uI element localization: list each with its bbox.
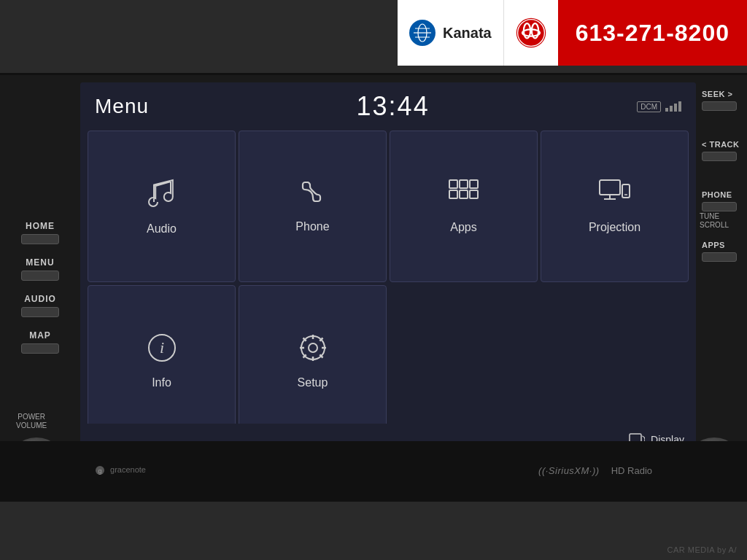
svg-rect-20 [622,184,630,198]
stereo-unit: HOME MENU AUDIO MAP POWERVOLUME TUNESCRO… [0,73,747,502]
apps-icon [448,179,480,212]
screen-status: DCM [637,101,681,112]
screen-title: Menu [95,95,149,118]
svg-text:g: g [98,467,101,475]
left-controls: HOME MENU AUDIO MAP [0,75,80,499]
map-button-rect [21,343,59,354]
track-button-rect [702,152,737,161]
svg-point-25 [309,343,317,352]
hd-radio-logo: HD Radio [611,465,652,476]
signal-bar-1 [665,108,668,112]
svg-rect-13 [470,180,478,188]
menu-item-setup[interactable]: Setup [239,285,387,437]
seek-button-rect [702,101,737,111]
dealer-globe-icon [409,20,436,46]
audio-button[interactable]: AUDIO [21,294,59,317]
menu-item-phone[interactable]: Phone [239,131,387,282]
menu-item-projection[interactable]: Projection [541,131,689,282]
svg-rect-17 [600,180,620,195]
menu-button-rect [21,271,59,281]
music-icon [147,177,177,214]
info-icon: i [147,332,177,368]
apps-label: Apps [450,221,476,234]
signal-bar-4 [678,101,681,112]
home-button-rect [21,234,59,244]
watermark: CAR MEDIA by A/ [667,545,737,554]
gracenote-logo: g gracenote [95,465,146,475]
signal-bar-3 [674,104,677,112]
screen-time: 13:44 [357,91,430,122]
svg-rect-15 [460,190,468,198]
menu-item-audio[interactable]: Audio [88,131,236,282]
dealer-logo: Kanata [398,0,503,66]
signal-bars [665,101,681,112]
dcm-badge: DCM [637,101,661,112]
svg-rect-12 [460,180,468,188]
home-button[interactable]: HOME [21,221,59,244]
map-button[interactable]: MAP [21,330,59,354]
phone-label: Phone [295,220,329,233]
audio-label: Audio [147,222,177,236]
power-volume-label: POWERVOLUME [16,413,47,430]
svg-rect-11 [449,180,457,188]
phone-button-rect [702,202,737,211]
phone-button[interactable]: PHONE [702,190,737,211]
toyota-emblem-icon [514,16,548,50]
audio-button-rect [21,307,59,317]
right-controls: SEEK > < TRACK PHONE APPS [696,75,747,499]
dealer-name: Kanata [443,25,492,42]
menu-item-info[interactable]: i Info [88,285,236,437]
svg-rect-14 [449,190,457,198]
track-button[interactable]: < TRACK [702,140,739,161]
menu-button[interactable]: MENU [21,257,59,281]
siriusxm-logo: ((·SiriusXM·)) [538,465,600,476]
apps-button-rect [702,252,737,262]
phone-banner[interactable]: 613-271-8200 [558,0,747,66]
dealer-banner: Kanata 613-271-8200 [398,0,747,66]
projection-icon [598,179,632,212]
phone-icon [299,179,327,211]
setup-icon [298,332,328,368]
menu-grid: Audio Phone [80,128,696,443]
apps-button[interactable]: APPS [702,241,737,262]
setup-label: Setup [298,376,328,389]
signal-bar-2 [670,106,673,112]
screen-header: Menu 13:44 DCM [80,82,696,128]
infotainment-screen: Menu 13:44 DCM Aud [80,82,696,456]
bottom-logos: ((·SiriusXM·)) HD Radio [538,465,652,476]
seek-button[interactable]: SEEK > [702,90,737,111]
menu-item-apps[interactable]: Apps [390,131,538,282]
toyota-logo [503,0,558,66]
bottom-strip: g gracenote ((·SiriusXM·)) HD Radio [0,441,747,499]
info-label: Info [152,376,171,389]
svg-text:i: i [159,338,163,357]
svg-rect-16 [470,190,478,198]
projection-label: Projection [589,221,640,234]
dealer-phone: 613-271-8200 [576,20,729,47]
